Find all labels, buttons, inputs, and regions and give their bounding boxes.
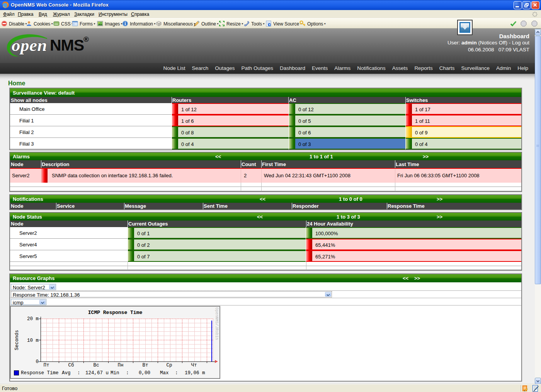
svg-text:NMS: NMS bbox=[50, 36, 84, 54]
svg-text:Вт: Вт bbox=[142, 363, 148, 368]
svg-text::: : bbox=[175, 370, 178, 376]
svg-text:®: ® bbox=[83, 35, 89, 43]
svg-text:Пн: Пн bbox=[117, 363, 123, 368]
svg-text:Ср: Ср bbox=[166, 363, 172, 368]
svg-text:css: css bbox=[54, 23, 58, 25]
svg-text:Avg: Avg bbox=[62, 370, 71, 376]
svg-text:20 m: 20 m bbox=[27, 316, 39, 322]
svg-text:Вс: Вс bbox=[93, 363, 99, 368]
svg-text::: : bbox=[126, 370, 129, 376]
svg-text:124,67 u: 124,67 u bbox=[85, 370, 109, 376]
svg-text:open: open bbox=[12, 36, 47, 55]
svg-text:Чт: Чт bbox=[191, 363, 197, 368]
svg-text:0: 0 bbox=[36, 359, 39, 365]
svg-text:10 m: 10 m bbox=[27, 338, 39, 343]
svg-text:Response Time: Response Time bbox=[21, 370, 59, 376]
svg-text:19,06 m: 19,06 m bbox=[185, 370, 205, 376]
svg-text:Max: Max bbox=[160, 370, 169, 376]
svg-text:Пт: Пт bbox=[43, 363, 49, 368]
svg-text:Min: Min bbox=[111, 370, 119, 376]
svg-text:OpenNMS/JRobin: OpenNMS/JRobin bbox=[214, 307, 219, 340]
svg-text:ICMP Response Time: ICMP Response Time bbox=[88, 310, 143, 316]
svg-text::: : bbox=[77, 370, 80, 376]
svg-text:0,00: 0,00 bbox=[139, 370, 150, 376]
svg-text:Seconds: Seconds bbox=[14, 330, 20, 350]
svg-text:Сб: Сб bbox=[68, 363, 74, 368]
